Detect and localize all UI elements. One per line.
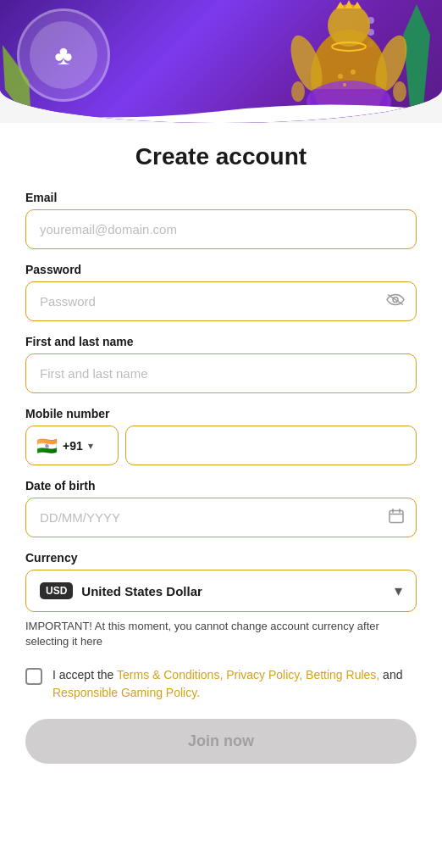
terms-text: I accept the Terms & Conditions, Privacy… xyxy=(52,666,417,702)
country-flag: 🇮🇳 xyxy=(36,436,58,456)
important-note: IMPORTANT! At this moment, you cannot ch… xyxy=(25,619,417,649)
password-label: Password xyxy=(25,263,417,276)
currency-chevron-icon: ▾ xyxy=(395,581,402,600)
dob-field-group: Date of birth xyxy=(25,479,417,537)
svg-point-8 xyxy=(338,74,343,79)
svg-point-9 xyxy=(351,70,356,75)
currency-selector[interactable]: USD United States Dollar ▾ xyxy=(25,570,417,612)
dob-wrapper xyxy=(25,498,417,537)
terms-checkbox[interactable] xyxy=(25,668,42,685)
password-wrapper xyxy=(25,281,417,321)
currency-label: Currency xyxy=(25,551,417,565)
clover-icon: ♣ xyxy=(30,21,97,89)
terms-text-and: and xyxy=(379,668,402,682)
hero-wave xyxy=(0,98,442,123)
casino-chip-icon: ♣ xyxy=(17,8,110,102)
currency-field-group: Currency USD United States Dollar ▾ IMPO… xyxy=(25,551,417,649)
email-input[interactable] xyxy=(25,209,417,249)
betting-rules-link[interactable]: Betting Rules, xyxy=(306,668,379,682)
password-field-group: Password xyxy=(25,263,417,321)
mobile-field-group: Mobile number 🇮🇳 +91 ▾ xyxy=(25,407,417,465)
terms-row: I accept the Terms & Conditions, Privacy… xyxy=(25,666,417,702)
fullname-input[interactable] xyxy=(25,353,417,393)
svg-point-1 xyxy=(328,4,370,47)
toggle-password-icon[interactable] xyxy=(386,292,405,310)
mobile-row: 🇮🇳 +91 ▾ xyxy=(25,426,417,465)
password-input[interactable] xyxy=(25,281,417,321)
terms-text-before: I accept the xyxy=(52,668,117,682)
dob-input[interactable] xyxy=(25,498,417,537)
page-title: Create account xyxy=(25,143,417,170)
svg-marker-2 xyxy=(336,0,362,8)
mobile-label: Mobile number xyxy=(25,407,417,420)
currency-name: United States Dollar xyxy=(81,584,386,598)
fullname-field-group: First and last name xyxy=(25,335,417,393)
email-field-group: Email xyxy=(25,191,417,249)
email-label: Email xyxy=(25,191,417,204)
country-code: +91 xyxy=(63,439,83,453)
svg-point-10 xyxy=(343,83,346,86)
fullname-label: First and last name xyxy=(25,335,417,348)
join-now-button[interactable]: Join now xyxy=(25,719,417,764)
form-container: Create account Email Password First and … xyxy=(0,123,442,868)
country-selector[interactable]: 🇮🇳 +91 ▾ xyxy=(25,426,119,465)
currency-code-badge: USD xyxy=(40,582,73,599)
hero-banner: ♣ xyxy=(0,0,442,123)
responsible-gaming-link[interactable]: Responsible Gaming Policy. xyxy=(52,686,200,699)
mobile-number-input[interactable] xyxy=(125,426,417,465)
chevron-down-icon: ▾ xyxy=(88,440,93,452)
terms-conditions-link[interactable]: Terms & Conditions, Privacy Policy, xyxy=(117,668,302,682)
dob-label: Date of birth xyxy=(25,479,417,492)
